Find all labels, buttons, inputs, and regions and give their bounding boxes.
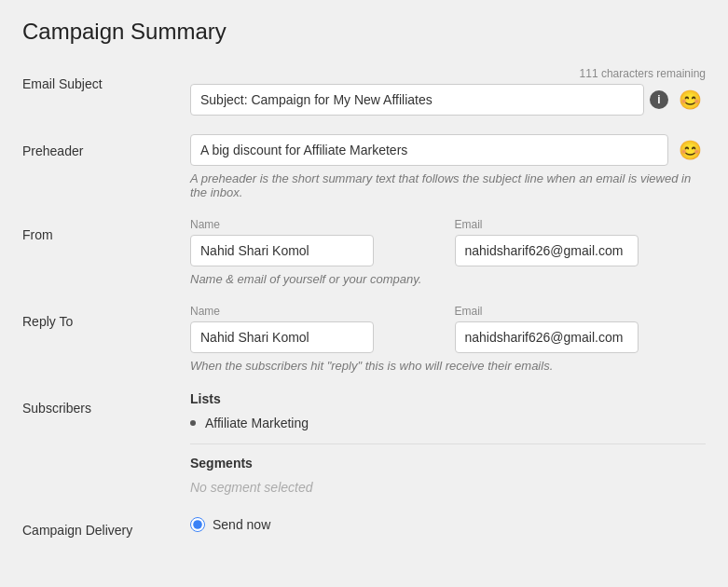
char-remaining: 111 characters remaining [190,67,706,80]
lists-heading: Lists [190,391,706,406]
from-name-input[interactable] [190,235,374,266]
preheader-hint: A preheader is the short summary text th… [190,171,706,199]
from-name-group: Name [190,218,442,266]
from-email-group: Email [455,218,707,266]
send-now-label: Send now [213,517,270,532]
preheader-emoji-button[interactable]: 😊 [674,134,706,166]
email-subject-input[interactable] [190,84,644,116]
preheader-content: 😊 A preheader is the short summary text … [190,134,706,199]
email-subject-content: 111 characters remaining i 😊 [190,67,706,116]
reply-to-section: Reply To Name Email When the subscribers… [22,305,706,373]
from-email-input[interactable] [455,235,639,266]
reply-to-email-input[interactable] [455,321,639,353]
subscribers-content: Lists Affiliate Marketing Segments No se… [190,391,706,495]
email-subject-label: Email Subject [22,67,190,91]
preheader-input[interactable] [190,134,668,166]
preheader-section: Preheader 😊 A preheader is the short sum… [22,134,706,199]
reply-to-hint: When the subscribers hit "reply" this is… [190,359,706,373]
reply-to-name-sublabel: Name [190,305,442,318]
from-label: From [22,218,190,242]
reply-to-email-sublabel: Email [455,305,707,318]
subscribers-label: Subscribers [22,391,190,416]
emoji-picker-button[interactable]: 😊 [674,84,706,116]
info-icon[interactable]: i [650,90,668,109]
reply-to-name-group: Name [190,305,442,353]
email-subject-input-row: i 😊 [190,84,706,116]
preheader-input-row: 😊 [190,134,706,166]
from-section: From Name Email Name & email of yourself… [22,218,706,286]
send-now-radio[interactable] [190,517,205,532]
from-content: Name Email Name & email of yourself or y… [190,218,706,286]
reply-to-content: Name Email When the subscribers hit "rep… [190,305,706,373]
from-name-email-row: Name Email [190,218,706,266]
reply-to-label: Reply To [22,305,190,329]
reply-to-name-email-row: Name Email [190,305,706,353]
no-segment-text: No segment selected [190,480,706,495]
reply-to-name-input[interactable] [190,321,374,353]
campaign-delivery-section: Campaign Delivery Send now [22,513,706,538]
subscribers-section: Subscribers Lists Affiliate Marketing Se… [22,391,706,495]
campaign-delivery-content: Send now [190,513,706,532]
preheader-label: Preheader [22,134,190,158]
campaign-delivery-label: Campaign Delivery [22,513,190,538]
send-now-row: Send now [190,517,706,532]
from-name-sublabel: Name [190,218,442,231]
from-hint: Name & email of yourself or your company… [190,272,706,286]
list-bullet [190,420,196,426]
from-email-sublabel: Email [455,218,707,231]
list-item-label: Affiliate Marketing [205,416,309,430]
list-item: Affiliate Marketing [190,416,706,430]
reply-to-email-group: Email [455,305,707,353]
page-title: Campaign Summary [22,19,706,45]
segments-divider [190,444,706,444]
segments-heading: Segments [190,456,706,471]
email-subject-section: Email Subject 111 characters remaining i… [22,67,706,116]
